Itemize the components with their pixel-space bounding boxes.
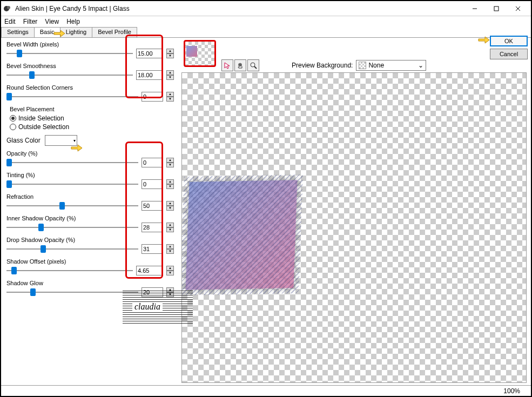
refraction-slider[interactable]	[6, 203, 138, 209]
titlebar: Alien Skin | Eye Candy 5 Impact | Glass	[1, 1, 531, 16]
watermark: claudia	[123, 290, 193, 324]
drop-shadow-input[interactable]	[142, 244, 163, 254]
bevel-width-up[interactable]: ▲	[166, 49, 174, 53]
radio-outside-selection[interactable]: Outside Selection	[10, 123, 174, 131]
menu-view[interactable]: View	[45, 18, 59, 25]
refraction-up[interactable]: ▲	[166, 201, 174, 206]
radio-inside-label: Inside Selection	[18, 115, 64, 122]
tinting-input[interactable]	[142, 179, 163, 189]
checker-icon	[359, 62, 366, 69]
watermark-text: claudia	[132, 302, 163, 312]
shadow-glow-slider[interactable]	[6, 289, 138, 295]
hand-tool-button[interactable]	[234, 59, 246, 71]
shadow-offset-down[interactable]: ▼	[166, 271, 174, 275]
preview-area: OK Cancel Preview Background: None	[179, 38, 531, 385]
shadow-offset-slider[interactable]	[6, 267, 133, 274]
tab-settings[interactable]: Settings	[1, 27, 35, 37]
preview-bg-label: Preview Background:	[292, 62, 353, 69]
refraction-input[interactable]	[142, 201, 163, 211]
drop-shadow-slider[interactable]	[6, 246, 138, 252]
glass-color-button[interactable]	[45, 135, 77, 146]
bevel-smoothness-input[interactable]	[136, 70, 163, 80]
minimize-button[interactable]	[464, 2, 486, 15]
tab-lighting[interactable]: Lighting	[60, 27, 93, 37]
svg-line-7	[254, 66, 257, 69]
tinting-down[interactable]: ▼	[166, 184, 174, 189]
refraction-down[interactable]: ▼	[166, 206, 174, 211]
inner-shadow-slider[interactable]	[6, 224, 138, 231]
drop-shadow-down[interactable]: ▼	[166, 249, 174, 254]
inner-shadow-input[interactable]	[142, 223, 163, 232]
refraction-label: Refraction	[6, 193, 174, 200]
shadow-offset-input[interactable]	[136, 266, 163, 275]
maximize-button[interactable]	[486, 2, 507, 15]
round-corners-slider[interactable]	[6, 93, 138, 100]
svg-point-1	[7, 6, 10, 9]
radio-icon	[10, 124, 16, 130]
tinting-slider[interactable]	[6, 181, 138, 187]
svg-rect-3	[494, 6, 499, 11]
round-corners-input[interactable]	[142, 92, 163, 102]
tabbar: Settings Basic Lighting Bevel Profile	[1, 27, 531, 38]
zoom-level: 100%	[503, 387, 520, 395]
statusbar: 100%	[1, 385, 531, 396]
settings-panel: Bevel Width (pixels) ▲▼ Bevel Smoothness…	[1, 38, 179, 385]
preview-bg-value: None	[368, 62, 384, 69]
menu-help[interactable]: Help	[66, 18, 80, 25]
radio-outside-label: Outside Selection	[18, 123, 69, 131]
preview-rendered-shape	[186, 180, 298, 290]
round-corners-label: Round Selection Corners	[6, 84, 174, 91]
thumbnail-preview[interactable]	[184, 40, 216, 67]
bevel-placement-label: Bevel Placement	[10, 106, 174, 112]
glass-color-label: Glass Color	[6, 137, 41, 144]
zoom-tool-button[interactable]	[247, 59, 259, 71]
bevel-width-slider[interactable]	[6, 50, 133, 57]
cancel-button[interactable]: Cancel	[490, 49, 528, 59]
bevel-smoothness-up[interactable]: ▲	[166, 70, 174, 75]
preview-bg-select[interactable]: None	[356, 60, 426, 71]
shadow-offset-up[interactable]: ▲	[166, 266, 174, 271]
tab-bevel-profile[interactable]: Bevel Profile	[92, 27, 137, 37]
round-corners-up[interactable]: ▲	[166, 92, 174, 97]
tab-basic[interactable]: Basic	[34, 27, 60, 37]
bevel-smoothness-slider[interactable]	[6, 72, 133, 78]
bevel-smoothness-down[interactable]: ▼	[166, 75, 174, 80]
bevel-width-input[interactable]	[136, 49, 163, 58]
inner-shadow-label: Inner Shadow Opacity (%)	[6, 215, 174, 221]
ok-button[interactable]: OK	[490, 36, 528, 46]
opacity-up[interactable]: ▲	[166, 158, 174, 163]
shadow-glow-label: Shadow Glow	[6, 280, 174, 286]
inner-shadow-down[interactable]: ▼	[166, 227, 174, 232]
window-title: Alien Skin | Eye Candy 5 Impact | Glass	[15, 5, 464, 12]
bevel-smoothness-label: Bevel Smoothness	[6, 63, 174, 69]
preview-canvas[interactable]	[181, 72, 527, 383]
inner-shadow-up[interactable]: ▲	[166, 223, 174, 227]
tinting-label: Tinting (%)	[6, 172, 174, 178]
menu-edit[interactable]: Edit	[4, 18, 16, 25]
menu-filter[interactable]: Filter	[23, 18, 38, 25]
tinting-up[interactable]: ▲	[166, 179, 174, 184]
bevel-width-label: Bevel Width (pixels)	[6, 41, 174, 48]
menubar: Edit Filter View Help	[1, 16, 531, 27]
radio-icon	[10, 115, 16, 122]
pointer-tool-button[interactable]	[221, 59, 233, 71]
opacity-down[interactable]: ▼	[166, 163, 174, 167]
shadow-offset-label: Shadow Offset (pixels)	[6, 258, 174, 265]
close-button[interactable]	[507, 2, 529, 15]
opacity-label: Opacity (%)	[6, 150, 174, 157]
opacity-input[interactable]	[142, 158, 163, 167]
bevel-width-down[interactable]: ▼	[166, 53, 174, 58]
drop-shadow-up[interactable]: ▲	[166, 244, 174, 249]
opacity-slider[interactable]	[6, 159, 138, 166]
round-corners-down[interactable]: ▼	[166, 97, 174, 102]
app-icon	[3, 4, 12, 13]
drop-shadow-label: Drop Shadow Opacity (%)	[6, 237, 174, 243]
svg-point-6	[251, 63, 255, 67]
radio-inside-selection[interactable]: Inside Selection	[10, 115, 174, 122]
